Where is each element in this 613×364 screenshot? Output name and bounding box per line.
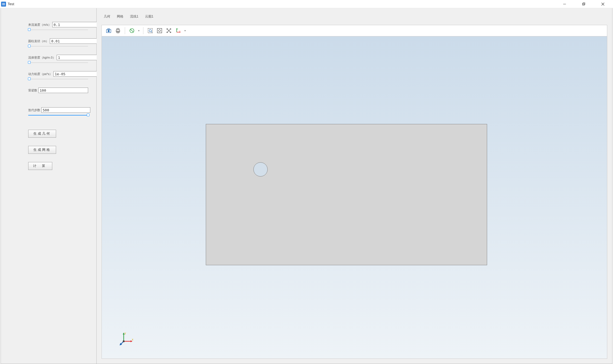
tab-streamline1[interactable]: 流线1 — [128, 13, 141, 20]
svg-point-36 — [123, 340, 125, 342]
svg-line-18 — [151, 31, 152, 33]
velocity-slider[interactable] — [28, 29, 88, 31]
tab-contour1[interactable]: 云图1 — [143, 13, 156, 20]
iterations-label: 迭代步数 — [28, 108, 40, 112]
svg-point-9 — [108, 30, 109, 32]
svg-text:y: y — [125, 332, 126, 335]
viscosity-input[interactable] — [53, 71, 102, 77]
camera-icon[interactable] — [105, 27, 113, 35]
tab-bar: 几何 网格 流线1 云图1 — [97, 8, 612, 20]
titlebar: Test — [0, 0, 613, 8]
toolbar: ▾ y x ▾ — [102, 25, 607, 36]
main: 几何 网格 流线1 云图1 ▾ — [97, 8, 612, 364]
calculate-button[interactable]: 计 算 — [28, 162, 52, 170]
clear-icon[interactable] — [128, 27, 136, 35]
print-icon[interactable] — [114, 27, 122, 35]
viscosity-label: 动力粘度（pa*s） — [28, 72, 52, 76]
iterations-input[interactable] — [41, 107, 90, 113]
axes-icon[interactable]: y x — [174, 27, 182, 35]
reset-icon[interactable] — [165, 27, 173, 35]
zoom-box-icon[interactable] — [146, 27, 154, 35]
velocity-input[interactable] — [52, 22, 101, 27]
cylinder-circle — [253, 162, 268, 177]
tab-geometry[interactable]: 几何 — [102, 13, 112, 20]
maximize-button[interactable] — [574, 0, 593, 8]
svg-rect-1 — [2, 4, 5, 4]
svg-text:x: x — [180, 30, 181, 32]
diameter-slider[interactable] — [28, 45, 88, 47]
svg-rect-0 — [2, 3, 5, 4]
svg-rect-19 — [157, 28, 162, 33]
iterations-slider[interactable] — [28, 114, 88, 116]
svg-rect-12 — [117, 28, 119, 30]
fit-icon[interactable] — [155, 27, 164, 35]
svg-line-15 — [130, 29, 134, 32]
orientation-triad-icon: y x — [118, 330, 135, 348]
clear-dropdown-icon[interactable]: ▾ — [137, 29, 140, 32]
svg-rect-4 — [583, 3, 585, 5]
svg-text:y: y — [177, 28, 178, 30]
reynolds-label: 雷诺数 — [28, 88, 37, 93]
svg-rect-13 — [117, 31, 119, 33]
svg-rect-11 — [116, 30, 120, 32]
svg-rect-5 — [583, 3, 585, 5]
domain-rectangle — [206, 124, 487, 265]
axes-dropdown-icon[interactable]: ▾ — [183, 29, 187, 32]
generate-geometry-button[interactable]: 生成几何 — [28, 130, 56, 138]
diameter-label: 圆柱直径（m） — [28, 39, 49, 43]
app-icon — [1, 2, 6, 7]
close-button[interactable] — [593, 0, 612, 8]
svg-text:x: x — [132, 338, 133, 341]
sidebar: 来流速度（m/s） 圆柱直径（m） 流体密度（kg/m-3） 动力粘度 — [1, 8, 97, 364]
density-label: 流体密度（kg/m-3） — [28, 56, 56, 60]
density-slider[interactable] — [28, 62, 88, 63]
svg-rect-2 — [2, 5, 5, 5]
tab-mesh[interactable]: 网格 — [115, 13, 126, 20]
viewport[interactable]: y x — [102, 36, 607, 359]
viscosity-slider[interactable] — [28, 78, 88, 80]
velocity-label: 来流速度（m/s） — [28, 23, 51, 27]
reynolds-input[interactable] — [38, 88, 88, 93]
minimize-button[interactable] — [555, 0, 574, 8]
window-title: Test — [8, 2, 14, 6]
diameter-input[interactable] — [50, 38, 99, 44]
svg-rect-10 — [108, 29, 109, 30]
generate-mesh-button[interactable]: 生成网格 — [28, 146, 56, 154]
